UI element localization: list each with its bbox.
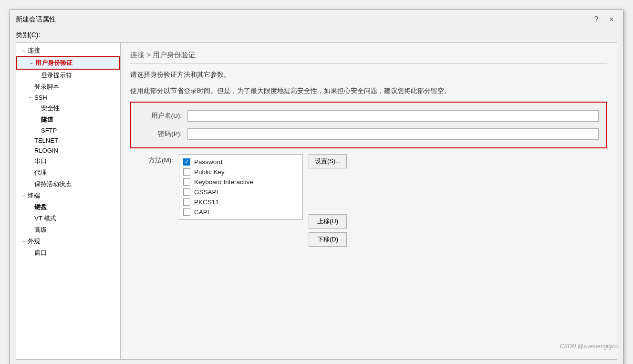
method-section: 方法(M): Password Public Key <box>130 154 607 247</box>
tree-label-keepalive: 保持活动状态 <box>34 180 72 188</box>
tree-item-keyboard[interactable]: 键盘 <box>16 201 120 213</box>
tree-label-ssh: SSH <box>34 94 47 101</box>
checkbox-keyboard-interactive[interactable] <box>183 178 190 186</box>
desc2: 使用此部分以节省登录时间。但是，为了最大限度地提高安全性，如果担心安全问题，建议… <box>130 86 607 96</box>
tree-item-telnet[interactable]: TELNET <box>16 135 120 146</box>
method-label-public-key: Public Key <box>194 168 225 176</box>
checkbox-public-key[interactable] <box>183 168 190 176</box>
title-bar: 新建会话属性 ? × <box>10 10 623 27</box>
tree-label-tunnel: 隧道 <box>41 115 53 124</box>
method-list-area: Password Public Key Keyboard Interactive <box>179 154 607 247</box>
category-label: 类别(C): <box>10 27 623 42</box>
password-input[interactable] <box>187 128 599 140</box>
dialog-title: 新建会话属性 <box>16 15 56 24</box>
tree-item-serial[interactable]: 串口 <box>16 156 120 167</box>
settings-button[interactable]: 设置(S)... <box>309 154 347 168</box>
checkbox-capi[interactable] <box>183 208 190 216</box>
method-item-public-key[interactable]: Public Key <box>183 168 299 176</box>
tree-label-serial: 串口 <box>34 157 47 166</box>
main-content: － 连接 － 用户身份验证 登录提示符 登录脚本 － SSH 安全性 <box>10 42 623 364</box>
tree-item-rlogin[interactable]: RLOGIN <box>16 146 120 156</box>
method-item-password[interactable]: Password <box>183 158 299 166</box>
method-label-pkcs11: PKCS11 <box>194 198 219 206</box>
tree-label-advanced: 高级 <box>34 226 47 234</box>
checkbox-pkcs11[interactable] <box>183 198 190 206</box>
expander-ssh: － <box>27 94 33 101</box>
breadcrumb: 连接 > 用户身份验证 <box>130 51 607 64</box>
tree-label-appearance: 外观 <box>28 237 40 246</box>
desc1: 请选择身份验证方法和其它参数。 <box>130 70 607 80</box>
credentials-form: 用户名(U): 密码(P): <box>130 102 607 148</box>
expander-terminal: － <box>20 192 27 199</box>
tree-item-connection[interactable]: － 连接 <box>16 45 120 56</box>
tree-item-login-prompt[interactable]: 登录提示符 <box>16 70 120 81</box>
tree-label-terminal: 终端 <box>28 191 40 200</box>
tree-item-proxy[interactable]: 代理 <box>16 167 120 178</box>
username-row: 用户名(U): <box>139 110 599 122</box>
tree-item-tunnel[interactable]: 隧道 <box>16 114 120 125</box>
tree-label-window: 窗口 <box>34 249 47 257</box>
move-up-button[interactable]: 上移(U) <box>309 214 347 229</box>
password-label: 密码(P): <box>139 130 182 138</box>
tree-item-sftp[interactable]: SFTP <box>16 125 120 135</box>
tree-label-user-auth: 用户身份验证 <box>35 59 73 67</box>
method-label-gssapi: GSSAPI <box>194 188 218 196</box>
title-bar-buttons: ? × <box>591 14 617 25</box>
method-buttons: 设置(S)... 上移(U) 下移(D) <box>309 154 347 247</box>
checkbox-password[interactable] <box>183 158 190 166</box>
tree-label-keyboard: 键盘 <box>34 203 47 211</box>
username-input[interactable] <box>187 110 599 122</box>
method-listbox: Password Public Key Keyboard Interactive <box>179 154 303 220</box>
tree-label-telnet: TELNET <box>34 137 58 144</box>
tree-item-appearance[interactable]: － 外观 <box>16 236 120 247</box>
tree-item-window[interactable]: 窗口 <box>16 247 120 259</box>
method-item-pkcs11[interactable]: PKCS11 <box>183 198 299 206</box>
method-item-keyboard-interactive[interactable]: Keyboard Interactive <box>183 178 299 186</box>
method-item-capi[interactable]: CAPI <box>183 208 299 216</box>
password-row: 密码(P): <box>139 128 599 140</box>
tree-label-vt-mode: VT 模式 <box>34 214 56 223</box>
tree-item-vt-mode[interactable]: VT 模式 <box>16 213 120 224</box>
method-label: 方法(M): <box>130 154 173 165</box>
method-label-password: Password <box>194 158 222 166</box>
method-item-gssapi[interactable]: GSSAPI <box>183 188 299 196</box>
tree-item-security[interactable]: 安全性 <box>16 103 120 114</box>
tree-label-login-script: 登录脚本 <box>34 83 59 91</box>
tree-item-advanced[interactable]: 高级 <box>16 224 120 236</box>
tree-item-ssh[interactable]: － SSH <box>16 93 120 103</box>
tree-label-connection: 连接 <box>28 46 40 55</box>
username-label: 用户名(U): <box>139 112 182 120</box>
watermark: CSDN @xuemengliyou <box>560 343 619 350</box>
tree-label-sftp: SFTP <box>41 127 57 134</box>
tree-panel: － 连接 － 用户身份验证 登录提示符 登录脚本 － SSH 安全性 <box>16 42 121 360</box>
expander-connection: － <box>20 47 27 54</box>
tree-label-rlogin: RLOGIN <box>34 147 58 154</box>
tree-item-terminal[interactable]: － 终端 <box>16 190 120 201</box>
method-label-keyboard-interactive: Keyboard Interactive <box>194 178 253 186</box>
tree-item-login-script[interactable]: 登录脚本 <box>16 81 120 93</box>
method-label-capi: CAPI <box>194 208 209 216</box>
expander-appearance: － <box>20 238 27 245</box>
checkbox-gssapi[interactable] <box>183 188 190 196</box>
tree-item-keepalive[interactable]: 保持活动状态 <box>16 178 120 190</box>
right-panel: 连接 > 用户身份验证 请选择身份验证方法和其它参数。 使用此部分以节省登录时间… <box>121 42 617 360</box>
close-button[interactable]: × <box>606 14 617 25</box>
expander-user-auth: － <box>28 60 34 67</box>
tree-item-user-auth[interactable]: － 用户身份验证 <box>16 56 120 70</box>
tree-label-login-prompt: 登录提示符 <box>41 71 72 80</box>
dialog: 新建会话属性 ? × 类别(C): － 连接 － 用户身份验证 登录提示符 <box>10 10 623 364</box>
help-button[interactable]: ? <box>591 14 602 25</box>
move-down-button[interactable]: 下移(D) <box>309 232 347 247</box>
tree-label-security: 安全性 <box>41 104 60 113</box>
tree-label-proxy: 代理 <box>34 168 47 177</box>
